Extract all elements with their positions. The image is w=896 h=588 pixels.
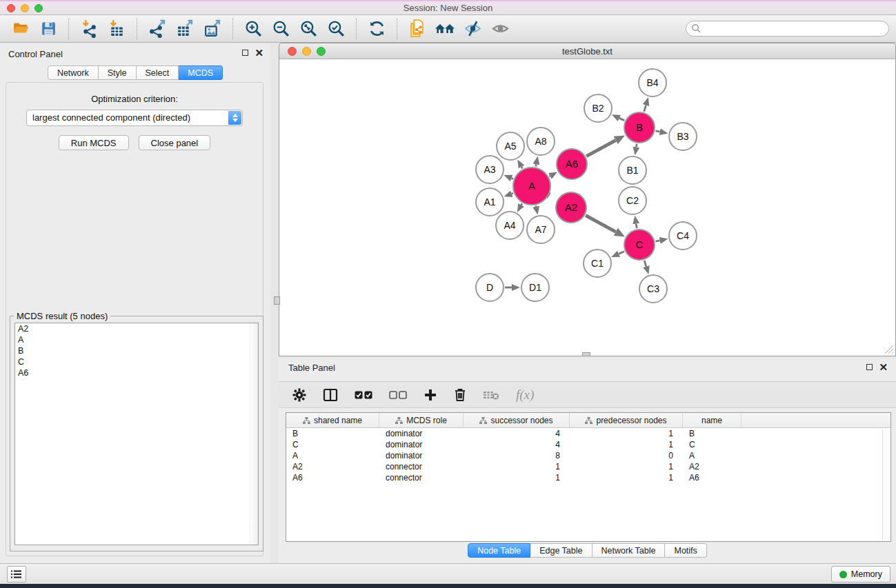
result-item[interactable]: A bbox=[15, 334, 258, 345]
add-column-icon[interactable] bbox=[424, 388, 437, 402]
tab-motifs[interactable]: Motifs bbox=[665, 543, 706, 558]
graph-edge-A6-B[interactable] bbox=[586, 141, 616, 156]
open-session-icon[interactable] bbox=[10, 19, 31, 39]
result-scrollbar[interactable] bbox=[250, 323, 258, 545]
export-table-icon[interactable] bbox=[175, 19, 195, 39]
graph-node-C4[interactable]: C4 bbox=[669, 222, 697, 250]
graph-edge-A-A5[interactable] bbox=[521, 167, 522, 168]
column-header-MCDS-role[interactable]: MCDS role bbox=[379, 413, 464, 428]
column-header-shared-name[interactable]: shared name bbox=[286, 413, 379, 428]
network-canvas-svg[interactable]: AA1A2A3A4A5A6A7A8BB1B2B3B4CC1C2C3C4DD1 bbox=[279, 59, 895, 356]
clone-network-icon[interactable] bbox=[407, 19, 428, 39]
graph-node-C2[interactable]: C2 bbox=[619, 187, 646, 214]
graph-edge-A-A1[interactable] bbox=[512, 193, 513, 194]
graph-node-B2[interactable]: B2 bbox=[584, 94, 612, 122]
tab-network-table[interactable]: Network Table bbox=[593, 543, 666, 558]
criterion-select[interactable]: largest connected component (directed) bbox=[26, 110, 243, 126]
select-all-icon[interactable] bbox=[355, 390, 372, 400]
run-mcds-button[interactable]: Run MCDS bbox=[59, 135, 129, 150]
network-canvas[interactable]: AA1A2A3A4A5A6A7A8BB1B2B3B4CC1C2C3C4DD1 bbox=[279, 59, 896, 356]
graph-edge-C-C3[interactable] bbox=[644, 261, 646, 267]
graph-edge-B-B1[interactable] bbox=[636, 144, 637, 148]
table-row[interactable]: Adominator80A bbox=[286, 450, 890, 461]
graph-node-A5[interactable]: A5 bbox=[497, 132, 524, 160]
tab-select[interactable]: Select bbox=[137, 65, 179, 80]
export-image-icon[interactable] bbox=[202, 19, 223, 39]
show-graphics-details-icon[interactable] bbox=[490, 19, 510, 39]
refresh-icon[interactable] bbox=[366, 19, 387, 39]
graph-node-A3[interactable]: A3 bbox=[476, 156, 504, 183]
zoom-fit-icon[interactable] bbox=[298, 19, 319, 39]
search-input[interactable] bbox=[686, 21, 889, 37]
graph-node-A1[interactable]: A1 bbox=[476, 188, 504, 216]
show-panels-button[interactable] bbox=[7, 566, 26, 582]
result-item[interactable]: C bbox=[15, 356, 258, 367]
graph-node-B4[interactable]: B4 bbox=[639, 69, 666, 97]
graph-edge-A2-C[interactable] bbox=[586, 215, 616, 232]
tab-network[interactable]: Network bbox=[48, 65, 99, 80]
deselect-all-icon[interactable] bbox=[389, 390, 407, 400]
resize-grip-icon[interactable] bbox=[883, 343, 894, 354]
import-network-icon[interactable] bbox=[79, 19, 99, 39]
graph-edge-B-B4[interactable] bbox=[644, 105, 646, 112]
zoom-selected-icon[interactable] bbox=[326, 19, 346, 39]
graph-edge-A-A8[interactable] bbox=[536, 164, 537, 166]
table-row[interactable]: Cdominator41C bbox=[286, 439, 890, 450]
import-table-icon[interactable] bbox=[106, 19, 127, 39]
function-builder-icon[interactable]: f(x) bbox=[516, 387, 534, 403]
export-network-icon[interactable] bbox=[147, 19, 168, 39]
result-item[interactable]: B bbox=[15, 345, 258, 356]
tab-edge-table[interactable]: Edge Table bbox=[530, 543, 592, 558]
node-table[interactable]: shared nameMCDS rolesuccessor nodesprede… bbox=[286, 412, 891, 542]
graph-node-A2[interactable]: A2 bbox=[556, 192, 586, 223]
hide-graphics-details-icon[interactable] bbox=[462, 19, 483, 39]
tab-style[interactable]: Style bbox=[99, 65, 137, 80]
table-settings-icon[interactable] bbox=[292, 388, 306, 402]
graph-edge-B-B2[interactable] bbox=[619, 118, 624, 120]
graph-node-A7[interactable]: A7 bbox=[527, 216, 555, 243]
close-table-panel-icon[interactable]: ✕ bbox=[879, 363, 888, 371]
column-header-predecessor-nodes[interactable]: predecessor nodes bbox=[570, 413, 683, 428]
graph-node-D[interactable]: D bbox=[476, 274, 504, 301]
tab-node-table[interactable]: Node Table bbox=[468, 543, 530, 558]
float-table-panel-icon[interactable] bbox=[866, 364, 873, 370]
graph-edge-A-A4[interactable] bbox=[521, 203, 522, 205]
mcds-result-list[interactable]: A2ABCA6 bbox=[14, 323, 259, 545]
graph-node-C3[interactable]: C3 bbox=[639, 275, 667, 303]
graph-edge-A-A6[interactable] bbox=[549, 176, 550, 176]
table-row[interactable]: A6connector11A6 bbox=[286, 472, 890, 483]
network-vertical-scroll-thumb[interactable] bbox=[274, 296, 280, 305]
graph-node-B1[interactable]: B1 bbox=[619, 156, 646, 184]
result-item[interactable]: A6 bbox=[15, 367, 258, 378]
graph-node-A6[interactable]: A6 bbox=[557, 149, 587, 179]
graph-node-B[interactable]: B bbox=[624, 112, 655, 143]
save-session-icon[interactable] bbox=[38, 19, 59, 39]
result-item[interactable]: A2 bbox=[15, 323, 258, 334]
close-panel-icon[interactable]: ✕ bbox=[255, 49, 263, 57]
column-header-name[interactable]: name bbox=[683, 413, 741, 428]
table-row[interactable]: Bdominator41B bbox=[286, 428, 890, 439]
graph-node-C[interactable]: C bbox=[624, 230, 655, 260]
graph-node-B3[interactable]: B3 bbox=[669, 123, 697, 150]
memory-button[interactable]: Memory bbox=[831, 566, 890, 582]
graph-edge-C-C2[interactable] bbox=[636, 224, 637, 229]
network-window-titlebar[interactable]: testGlobe.txt bbox=[279, 43, 896, 59]
graph-nodes[interactable]: AA1A2A3A4A5A6A7A8BB1B2B3B4CC1C2C3C4DD1 bbox=[476, 69, 697, 303]
graph-edge-C-C4[interactable] bbox=[656, 241, 660, 241]
zoom-out-icon[interactable] bbox=[270, 19, 291, 39]
graph-node-D1[interactable]: D1 bbox=[521, 274, 549, 301]
graph-edge-C-C1[interactable] bbox=[619, 252, 624, 254]
close-panel-button[interactable]: Close panel bbox=[139, 135, 211, 150]
graph-node-A4[interactable]: A4 bbox=[496, 212, 524, 239]
graph-edge-B-B3[interactable] bbox=[656, 131, 660, 132]
column-header-successor-nodes[interactable]: successor nodes bbox=[464, 413, 570, 428]
graph-node-A8[interactable]: A8 bbox=[527, 128, 555, 155]
table-row[interactable]: A2connector11A2 bbox=[286, 461, 890, 472]
table-scrollbar[interactable] bbox=[882, 429, 890, 540]
delete-column-icon[interactable] bbox=[454, 387, 466, 402]
graph-node-A[interactable]: A bbox=[513, 168, 550, 205]
tab-mcds[interactable]: MCDS bbox=[179, 65, 223, 80]
network-horizontal-scroll-thumb[interactable] bbox=[582, 352, 590, 356]
delete-table-icon[interactable] bbox=[483, 389, 499, 401]
column-view-icon[interactable] bbox=[323, 388, 338, 402]
